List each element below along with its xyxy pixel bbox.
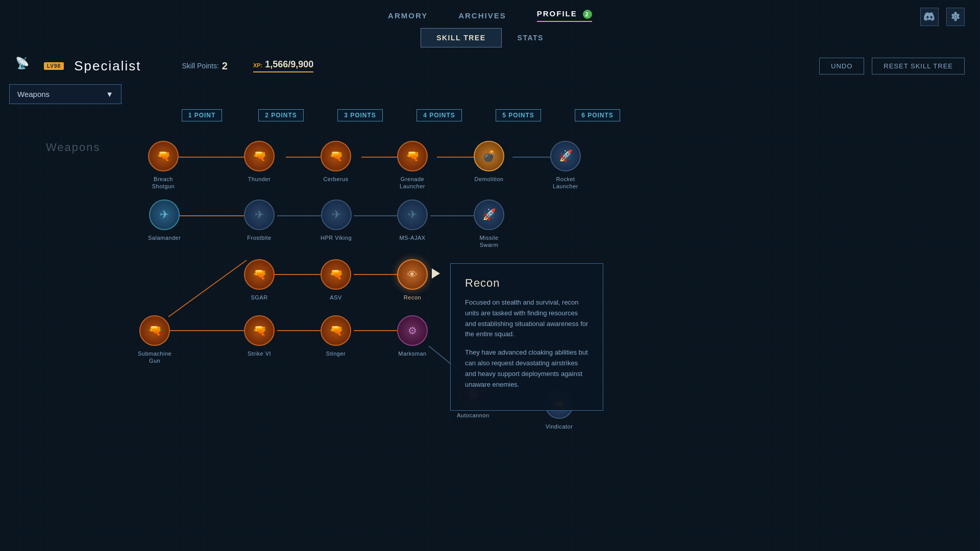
points-header-6: 6 POINTS <box>575 109 620 121</box>
grenade-launcher-label: GrenadeLauncher <box>400 176 425 190</box>
skill-node-recon[interactable]: 👁 Recon <box>397 259 428 301</box>
skill-tree-container: 1 POINT 2 POINTS 3 POINTS 4 POINTS 5 POI… <box>0 109 980 447</box>
rocket-launcher-icon: 🚀 <box>559 149 573 163</box>
xp-area: XP: 1,566/9,900 <box>253 59 313 72</box>
skill-node-marksman[interactable]: ⚙ Marksman <box>397 315 428 357</box>
vindicator-label: Vindicator <box>546 423 573 430</box>
asv-label: ASV <box>330 294 342 301</box>
missile-swarm-label: MissileSwarm <box>479 234 498 249</box>
skill-node-demolition[interactable]: 💣 Demolition <box>474 141 504 183</box>
reset-skill-tree-button[interactable]: Reset Skill tree <box>872 58 965 74</box>
nav-archives[interactable]: ARCHIVES <box>458 11 506 20</box>
submachine-gun-label: SubmachineGun <box>138 350 172 365</box>
skill-node-strike-vi[interactable]: 🔫 Strike VI <box>244 315 275 357</box>
skill-node-thunder[interactable]: 🔫 Thunder <box>244 141 275 183</box>
skill-tree-main: Weapons <box>10 131 970 447</box>
sgar-icon: 🔫 <box>253 268 266 281</box>
specialist-antenna-icon: 📡 <box>15 57 34 75</box>
recon-icon: 👁 <box>407 269 418 281</box>
skill-node-ms-ajax[interactable]: ✈ MS-AJAX <box>397 199 428 241</box>
points-header-4: 4 POINTS <box>416 109 462 121</box>
breach-shotgun-circle[interactable]: 🔫 <box>148 141 179 171</box>
points-header-3: 3 POINTS <box>337 109 383 121</box>
thunder-circle[interactable]: 🔫 <box>244 141 275 171</box>
header-row: 📡 LV98 Specialist Skill Points: 2 XP: 1,… <box>0 47 980 84</box>
skill-node-sgar[interactable]: 🔫 SGAR <box>244 259 275 301</box>
submachine-gun-circle[interactable]: 🔫 <box>139 315 170 346</box>
skill-points-label: Skill Points: <box>182 62 218 70</box>
level-badge: LV98 <box>44 62 64 70</box>
weapons-section-label: Weapons <box>46 141 101 154</box>
nav-armory[interactable]: ARMORY <box>388 11 428 20</box>
skill-node-stinger[interactable]: 🔫 Stinger <box>321 315 351 357</box>
cerberus-label: Cerberus <box>323 176 348 183</box>
tab-skill-tree[interactable]: SKILL TREE <box>421 28 501 47</box>
stinger-icon: 🔫 <box>329 324 343 337</box>
tab-stats[interactable]: STATS <box>502 28 559 47</box>
undo-button[interactable]: UNDO <box>819 58 864 74</box>
skill-node-hpr-viking[interactable]: ✈ HPR Viking <box>321 199 352 241</box>
discord-icon[interactable] <box>920 8 939 26</box>
top-icon-area <box>920 8 965 26</box>
stinger-circle[interactable]: 🔫 <box>321 315 351 346</box>
marksman-circle[interactable]: ⚙ <box>397 315 428 346</box>
thunder-label: Thunder <box>248 176 271 183</box>
sgar-circle[interactable]: 🔫 <box>244 259 275 290</box>
skill-points-area: Skill Points: 2 <box>182 60 227 72</box>
demolition-circle[interactable]: 💣 <box>474 141 504 171</box>
tooltip-desc1: Focused on stealth and survival, recon u… <box>465 297 589 340</box>
svg-line-14 <box>168 260 247 317</box>
hpr-viking-label: HPR Viking <box>321 234 352 241</box>
skill-node-asv[interactable]: 🔫 ASV <box>321 259 351 301</box>
points-header-1: 1 POINT <box>182 109 223 121</box>
frostbite-icon: ✈ <box>255 208 264 221</box>
ms-ajax-circle[interactable]: ✈ <box>397 199 428 230</box>
skill-node-rocket-launcher[interactable]: 🚀 RocketLauncher <box>550 141 581 190</box>
header-actions: UNDO Reset Skill tree <box>819 58 965 74</box>
rocket-launcher-circle[interactable]: 🚀 <box>550 141 581 171</box>
recon-circle[interactable]: 👁 <box>397 259 428 290</box>
hpr-viking-circle[interactable]: ✈ <box>321 199 352 230</box>
cerberus-icon: 🔫 <box>329 149 343 163</box>
skill-node-missile-swarm[interactable]: 🚀 MissileSwarm <box>474 199 504 249</box>
top-navigation: ARMORY ARCHIVES PROFILE 2 <box>0 0 980 22</box>
grenade-launcher-circle[interactable]: 🔫 <box>397 141 428 171</box>
salamander-circle[interactable]: ✈ <box>149 199 180 230</box>
missile-swarm-icon: 🚀 <box>482 208 496 221</box>
skill-node-submachine-gun[interactable]: 🔫 SubmachineGun <box>138 315 172 365</box>
autocannon-label: Autocannon <box>457 412 489 419</box>
skill-node-grenade-launcher[interactable]: 🔫 GrenadeLauncher <box>397 141 428 190</box>
skill-node-salamander[interactable]: ✈ Salamander <box>148 199 181 241</box>
skill-node-cerberus[interactable]: 🔫 Cerberus <box>321 141 351 183</box>
skill-node-frostbite[interactable]: ✈ Frostbite <box>244 199 275 241</box>
marksman-label: Marksman <box>398 350 426 357</box>
demolition-icon: 💣 <box>482 149 496 163</box>
nav-profile[interactable]: PROFILE 2 <box>537 9 592 22</box>
salamander-icon: ✈ <box>160 208 169 221</box>
xp-label: XP: <box>253 62 262 68</box>
missile-swarm-circle[interactable]: 🚀 <box>474 199 504 230</box>
xp-value: 1,566/9,900 <box>265 59 313 70</box>
tooltip-title: Recon <box>465 277 589 290</box>
salamander-label: Salamander <box>148 234 181 241</box>
strike-vi-circle[interactable]: 🔫 <box>244 315 275 346</box>
category-dropdown[interactable]: Weapons ▼ <box>9 84 121 104</box>
asv-icon: 🔫 <box>329 268 343 281</box>
asv-circle[interactable]: 🔫 <box>321 259 351 290</box>
stinger-label: Stinger <box>326 350 346 357</box>
settings-icon[interactable] <box>946 8 965 26</box>
dropdown-area: Weapons ▼ <box>0 84 980 104</box>
skill-node-breach-shotgun[interactable]: 🔫 BreachShotgun <box>148 141 179 190</box>
frostbite-circle[interactable]: ✈ <box>244 199 275 230</box>
points-headers-row: 1 POINT 2 POINTS 3 POINTS 4 POINTS 5 POI… <box>10 109 970 121</box>
marksman-icon: ⚙ <box>408 324 417 337</box>
strike-vi-icon: 🔫 <box>253 324 266 337</box>
chevron-down-icon: ▼ <box>106 90 113 98</box>
page-title: Specialist <box>74 58 141 74</box>
cerberus-circle[interactable]: 🔫 <box>321 141 351 171</box>
breach-shotgun-label: BreachShotgun <box>152 176 175 190</box>
thunder-icon: 🔫 <box>253 149 266 163</box>
skill-points-value: 2 <box>222 60 228 72</box>
demolition-label: Demolition <box>475 176 504 183</box>
ms-ajax-icon: ✈ <box>408 208 417 221</box>
